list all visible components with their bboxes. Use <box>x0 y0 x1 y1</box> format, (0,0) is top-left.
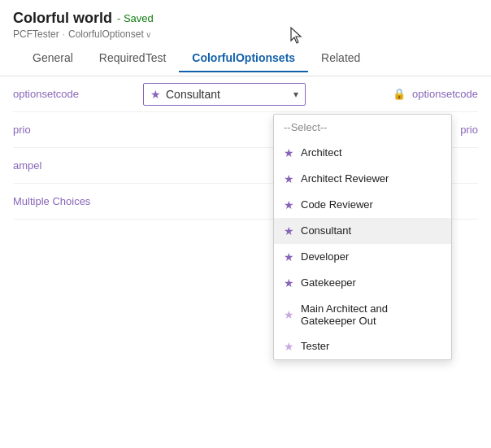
dropdown-selected-value: Consultant <box>166 88 220 101</box>
dropdown-item-developer[interactable]: ★ Developer <box>274 244 451 270</box>
breadcrumb-entity[interactable]: ColorfulOptionset ∨ <box>68 28 151 40</box>
star-icon: ★ <box>284 172 294 185</box>
star-icon: ★ <box>284 276 294 289</box>
star-icon: ★ <box>284 198 294 211</box>
item-label: Consultant <box>301 224 351 237</box>
item-label: Code Reviewer <box>301 198 373 211</box>
item-label: Developer <box>301 250 349 263</box>
dropdown-item-main-architect[interactable]: ★ Main Architect and Gatekeeper Out <box>274 296 451 333</box>
placeholder-label: --Select-- <box>284 121 327 133</box>
field-row-optionsetcode: optionsetcode ★ Consultant ▾ --Select-- <box>13 76 478 112</box>
app-container: Colorful world - Saved PCFTester · Color… <box>0 0 491 220</box>
item-label: Tester <box>301 340 329 352</box>
dropdown-item-architect-reviewer[interactable]: ★ Architect Reviewer <box>274 166 451 192</box>
tab-related[interactable]: Related <box>308 45 373 72</box>
dropdown-item-consultant[interactable]: ★ Consultant <box>274 218 451 244</box>
lock-icon: 🔒 <box>393 88 406 100</box>
optionsetcode-value: ★ Consultant ▾ --Select-- ★ Architect <box>143 83 376 106</box>
star-icon: ★ <box>284 250 294 263</box>
optionsetcode-readonly-label: optionsetcode <box>412 88 478 100</box>
chevron-down-icon: ∨ <box>146 30 151 39</box>
tab-bar: General RequiredTest ColorfulOptionsets … <box>13 45 478 72</box>
dropdown-item-architect[interactable]: ★ Architect <box>274 140 451 166</box>
prio-label: prio <box>13 124 143 136</box>
star-icon: ★ <box>284 224 294 237</box>
page-title: Colorful world <box>13 10 112 27</box>
ampel-label: ampel <box>13 159 143 172</box>
prio-readonly-label: prio <box>460 124 478 136</box>
dropdown-star-icon: ★ <box>150 88 161 101</box>
item-label: Architect <box>301 146 342 159</box>
multiple-choices-label: Multiple Choices <box>13 195 143 207</box>
star-icon: ★ <box>284 340 294 353</box>
item-label: Architect Reviewer <box>301 172 389 185</box>
optionsetcode-label: optionsetcode <box>13 88 143 100</box>
breadcrumb: PCFTester · ColorfulOptionset ∨ <box>13 28 478 40</box>
dropdown-menu: --Select-- ★ Architect ★ Architect Revie… <box>273 114 452 360</box>
page-header: Colorful world - Saved PCFTester · Color… <box>0 0 491 76</box>
optionsetcode-readonly: 🔒 optionsetcode <box>393 88 478 100</box>
star-icon: ★ <box>284 146 294 159</box>
item-label: Gatekeeper <box>301 276 356 289</box>
dropdown-item-gatekeeper[interactable]: ★ Gatekeeper <box>274 270 451 296</box>
dropdown-arrow-icon: ▾ <box>293 89 298 100</box>
star-icon: ★ <box>284 308 294 321</box>
tab-general[interactable]: General <box>20 45 86 72</box>
tab-requiredtest[interactable]: RequiredTest <box>86 45 180 72</box>
item-label: Main Architect and Gatekeeper Out <box>301 302 441 327</box>
dropdown-item-code-reviewer[interactable]: ★ Code Reviewer <box>274 192 451 218</box>
breadcrumb-separator: · <box>63 28 65 40</box>
breadcrumb-app[interactable]: PCFTester <box>13 28 59 40</box>
saved-status: - Saved <box>117 12 154 24</box>
form-section: optionsetcode ★ Consultant ▾ --Select-- <box>0 76 491 220</box>
optionsetcode-readonly-section: 🔒 optionsetcode <box>393 88 478 100</box>
dropdown-item-select[interactable]: --Select-- <box>274 115 451 140</box>
optionsetcode-dropdown[interactable]: ★ Consultant ▾ <box>143 83 306 106</box>
dropdown-item-tester[interactable]: ★ Tester <box>274 333 451 359</box>
form-content: optionsetcode ★ Consultant ▾ --Select-- <box>0 76 491 220</box>
tab-colorfuloptionsets[interactable]: ColorfulOptionsets <box>179 45 308 72</box>
